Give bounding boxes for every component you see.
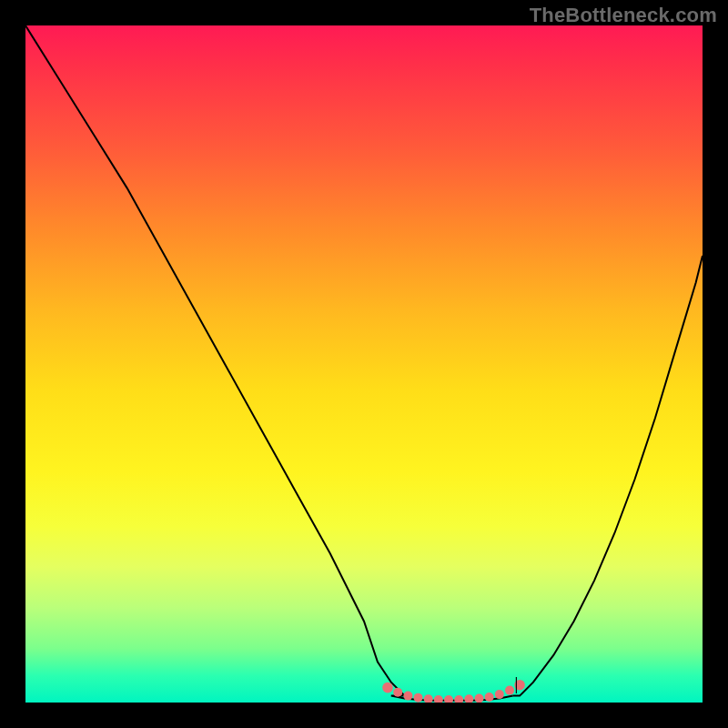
bottleneck-curve-right: [513, 256, 703, 696]
chart-svg: [25, 25, 703, 703]
curve-dot: [485, 693, 494, 702]
watermark-text: TheBottleneck.com: [530, 4, 717, 27]
curve-dot: [464, 694, 473, 703]
curve-dot: [495, 690, 504, 699]
bottleneck-curve-left: [25, 25, 513, 701]
plot-gradient-area: [25, 25, 703, 703]
curve-dot: [393, 688, 402, 697]
curve-dot: [454, 695, 463, 703]
curve-dot: [424, 694, 433, 703]
curve-dot: [434, 695, 443, 703]
curve-dot: [475, 694, 484, 703]
curve-dot: [444, 695, 453, 703]
curve-dot: [403, 692, 412, 701]
curve-dot: [505, 686, 514, 695]
curve-dot: [414, 693, 423, 703]
curve-dot: [382, 682, 393, 693]
